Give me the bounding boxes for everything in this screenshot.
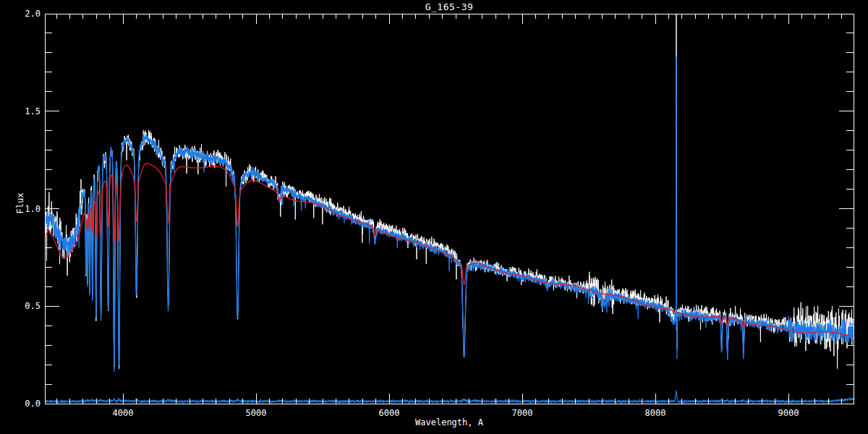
x-tick-label: 8000 xyxy=(634,408,677,418)
x-axis-label: Wavelength, A xyxy=(341,417,558,427)
y-tick-label: 0.0 xyxy=(16,399,41,409)
y-tick-label: 1.0 xyxy=(16,204,41,214)
spectrum-plot-canvas xyxy=(0,0,868,434)
x-tick-label: 4000 xyxy=(101,408,145,418)
x-tick-label: 5000 xyxy=(234,408,278,418)
x-tick-label: 7000 xyxy=(501,408,544,418)
y-tick-label: 0.5 xyxy=(16,301,41,311)
y-tick-label: 2.0 xyxy=(16,9,41,19)
x-tick-label: 9000 xyxy=(767,408,810,418)
plot-title: G_165-39 xyxy=(341,1,558,12)
x-tick-label: 6000 xyxy=(367,408,411,418)
y-tick-label: 1.5 xyxy=(16,106,41,116)
spectrum-viewer-window: G_165-39 Wavelength, A Flux 400050006000… xyxy=(0,0,868,434)
